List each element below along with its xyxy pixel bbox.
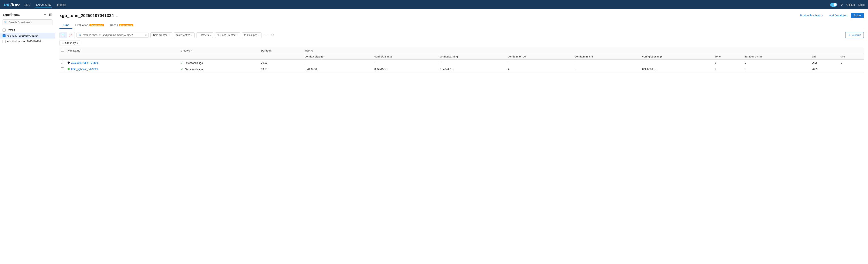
td-duration-row2: 30.8s <box>259 66 303 72</box>
exp-checkbox-xgb-tune[interactable]: ✓ <box>3 34 5 37</box>
th-iterations-sinc-label: iterations_sinc <box>744 55 763 58</box>
external-link-icon: ↗ <box>822 15 823 17</box>
table-row: train_xgboost_bd232fcb ✓ 50 seconds ago … <box>60 66 864 72</box>
add-description-button[interactable]: Add Description <box>827 13 849 18</box>
run-name-link-row1[interactable]: XGBoostTrainer_2460d... <box>71 61 100 64</box>
share-button[interactable]: Share <box>851 13 864 18</box>
topnav: ml flow 2.19.0 Experiments Models ⚙ GitH… <box>0 0 868 9</box>
more-options-button[interactable]: ⋯ <box>264 32 269 38</box>
th-iterations-sinc: iterations_sinc <box>743 54 810 60</box>
table-header: Run Name Created ⇅ Duration Metr <box>60 48 864 60</box>
th-config-colsamp-label: config/colsamp <box>305 55 323 58</box>
search-filter-value: metrics.rmse < 1 and params.model = "tre… <box>83 34 144 36</box>
row1-checkbox[interactable] <box>61 61 64 64</box>
td-config-subsamp-row2: 0.9960063... <box>641 66 713 72</box>
exp-name-default: Default <box>7 29 44 31</box>
search-filter: 🔍 metrics.rmse < 1 and params.model = "t… <box>76 32 149 38</box>
add-description-label: Add Description <box>829 14 847 17</box>
logo-text: ml flow <box>3 2 23 8</box>
docs-link[interactable]: Docs <box>858 3 865 6</box>
github-link[interactable]: GitHub <box>846 3 855 6</box>
new-run-button[interactable]: ＋ New run <box>845 32 864 38</box>
list-view-button[interactable]: ☰ <box>60 32 67 38</box>
th-select-all <box>60 48 66 54</box>
add-experiment-button[interactable]: ＋ <box>43 12 47 17</box>
state-label: State: Active <box>176 34 190 36</box>
edit-experiment-default[interactable]: ✏ <box>46 28 49 31</box>
td-pid-row1: 2695 <box>810 60 839 66</box>
group-by-button[interactable]: ▤ Group by ▾ <box>60 40 80 46</box>
search-filter-clear-button[interactable]: ✕ <box>145 34 147 36</box>
sidebar-item-default[interactable]: Default ✏ 🗑 <box>0 27 55 33</box>
collapse-sidebar-button[interactable]: ◧ <box>49 12 53 17</box>
row2-checkbox[interactable] <box>61 67 64 70</box>
th-duration: Duration <box>259 48 303 54</box>
th-sho-label: sho <box>840 55 845 58</box>
content-area: xgb_tune_20250107041334 ℹ Provide Feedba… <box>55 9 868 264</box>
tab-traces[interactable]: Traces Experimental <box>106 22 136 29</box>
theme-toggle[interactable] <box>830 3 837 7</box>
sidebar-item-xgb-tune[interactable]: ✓ xgb_tune_20250107041334 ✏ 🗑 <box>0 33 55 38</box>
tab-evaluation-badge: Experimental <box>89 24 104 26</box>
info-icon[interactable]: ℹ <box>116 14 118 17</box>
sort-button[interactable]: ⇅ Sort: Created ▾ <box>215 32 240 38</box>
th-created[interactable]: Created ⇅ <box>179 48 259 54</box>
search-input[interactable] <box>3 19 53 25</box>
select-all-checkbox[interactable] <box>61 49 64 52</box>
state-chevron-icon: ▾ <box>191 34 192 36</box>
group-by-chevron-icon: ▾ <box>77 42 78 45</box>
tabs: Runs Evaluation Experimental Traces Expe… <box>60 22 864 29</box>
nav-experiments[interactable]: Experiments <box>35 2 52 7</box>
refresh-button[interactable]: ↻ <box>270 32 275 38</box>
table-row: XGBoostTrainer_2460d... ✓ 39 seconds ago… <box>60 60 864 66</box>
tab-traces-label: Traces <box>110 23 118 27</box>
td-config-colsamp-row2: 0.7838580... <box>303 66 373 72</box>
table-wrapper: Run Name Created ⇅ Duration Metr <box>60 48 864 261</box>
td-config-gamma-row2: 0.9451587... <box>373 66 438 72</box>
delete-experiment-xgb-tune[interactable]: 🗑 <box>49 34 53 37</box>
version-label: 2.19.0 <box>24 4 30 6</box>
th-created-label: Created <box>181 49 190 52</box>
chart-view-button[interactable]: 📈 <box>67 32 74 38</box>
columns-button[interactable]: ⊞ Columns ▾ <box>242 32 262 38</box>
sidebar: Experiments ＋ ◧ 🔍 Default ✏ 🗑 ✓ <box>0 9 55 264</box>
exp-checkbox-default[interactable] <box>3 29 5 31</box>
delete-experiment-xgb-final[interactable]: 🗑 <box>49 40 53 43</box>
tab-evaluation[interactable]: Evaluation Experimental <box>72 22 106 29</box>
td-config-gamma-row1: - <box>373 60 438 66</box>
status-check-row2: ✓ <box>181 68 183 71</box>
td-created-row2: ✓ 50 seconds ago <box>179 66 259 72</box>
td-config-max-de-row2: 4 <box>506 66 573 72</box>
status-dot-row1 <box>67 61 70 64</box>
sidebar-item-xgb-final[interactable]: xgb_final_model_20250107041636 ✏ 🗑 <box>0 38 55 44</box>
state-filter-button[interactable]: State: Active ▾ <box>174 32 195 38</box>
time-created-filter-button[interactable]: Time created ▾ <box>150 32 172 38</box>
tab-runs[interactable]: Runs <box>60 22 72 29</box>
delete-experiment-default[interactable]: 🗑 <box>49 28 53 31</box>
provide-feedback-button[interactable]: Provide Feedback ↗ <box>798 13 826 18</box>
datasets-filter-button[interactable]: Datasets ▾ <box>196 32 213 38</box>
th-metrics-group: Metrics <box>303 48 864 54</box>
edit-experiment-xgb-tune[interactable]: ✏ <box>46 34 49 37</box>
td-config-learning-row1: - <box>438 60 506 66</box>
logo[interactable]: ml flow 2.19.0 <box>3 2 30 8</box>
edit-experiment-xgb-final[interactable]: ✏ <box>46 40 49 43</box>
sort-icon: ⇅ <box>217 34 219 36</box>
nav-models[interactable]: Models <box>57 2 66 7</box>
td-checkbox-row2 <box>60 66 66 72</box>
exp-name-xgb-tune: xgb_tune_20250107041334 <box>7 34 44 37</box>
gear-icon[interactable]: ⚙ <box>840 3 843 6</box>
td-iterations-sinc-row1: 1 <box>743 60 810 66</box>
td-run-name-row2: train_xgboost_bd232fcb <box>66 66 179 72</box>
metrics-group-label: Metrics <box>305 49 313 52</box>
exp-checkbox-xgb-final[interactable] <box>3 40 5 43</box>
td-config-colsamp-row1: - <box>303 60 373 66</box>
header-actions: Provide Feedback ↗ Add Description Share <box>798 13 864 18</box>
td-done-row2: 1 <box>713 66 743 72</box>
th-config-subsamp: config/subsamp <box>641 54 713 60</box>
th-config-learning-label: config/learning <box>439 55 458 58</box>
sort-chevron-icon: ▾ <box>237 34 238 36</box>
status-dot-row2 <box>67 68 70 70</box>
created-value-row1: 39 seconds ago <box>185 61 203 64</box>
run-name-link-row2[interactable]: train_xgboost_bd232fcb <box>71 68 98 71</box>
